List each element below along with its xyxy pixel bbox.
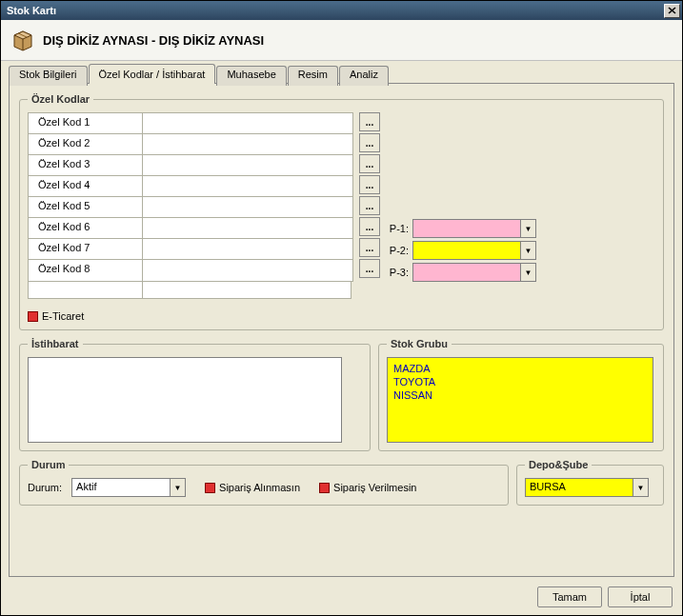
header: DIŞ DİKİZ AYNASI - DIŞ DİKİZ AYNASI [1,20,682,61]
stok-grubu-item[interactable]: NISSAN [393,388,647,402]
dropdown-arrow-icon[interactable]: ▼ [520,264,535,281]
ozel-kod-1-value[interactable] [143,113,352,134]
ozel-kod-1-label: Özel Kod 1 [29,113,143,134]
p3-color-combo[interactable]: ▼ [412,263,536,282]
dropdown-arrow-icon[interactable]: ▼ [633,479,648,496]
p1-swatch [413,220,520,237]
tab-analiz[interactable]: Analiz [339,66,389,86]
depo-sube-legend: Depo&Şube [525,459,592,470]
ozel-kod-5-lookup[interactable]: ... [359,196,380,215]
ozel-kod-7-lookup[interactable]: ... [359,238,380,257]
ok-button[interactable]: Tamam [537,586,602,607]
istihbarat-legend: İstihbarat [28,338,83,349]
stok-grubu-item[interactable]: MAZDA [393,362,647,375]
ozel-kod-1-lookup[interactable]: ... [359,112,380,131]
p2-color-combo[interactable]: ▼ [412,241,536,260]
ozel-kodlar-group: Özel Kodlar Özel Kod 1 Özel Kod 2 Özel K… [19,93,664,330]
istihbarat-group: İstihbarat [19,338,371,451]
stok-grubu-item[interactable]: TOYOTA [393,375,647,388]
stok-grubu-list[interactable]: MAZDA TOYOTA NISSAN [387,357,653,443]
depo-sube-group: Depo&Şube BURSA ▼ [516,459,664,506]
p3-label: P-3: [386,267,409,278]
ozel-kodlar-legend: Özel Kodlar [28,93,93,105]
ozel-kod-4-value[interactable] [143,176,352,197]
header-title: DIŞ DİKİZ AYNASI - DIŞ DİKİZ AYNASI [43,33,264,48]
tab-strip: Stok Bilgileri Özel Kodlar / İstihbarat … [9,64,674,84]
ozel-kod-2-lookup[interactable]: ... [359,133,380,152]
p2-swatch [413,242,520,259]
siparis-alinmasin-label: Sipariş Alınmasın [219,482,300,493]
eticaret-checkbox[interactable] [28,311,38,322]
ozel-kod-3-value[interactable] [143,155,352,176]
ozel-kod-6-value[interactable] [143,218,352,239]
stok-grubu-group: Stok Grubu MAZDA TOYOTA NISSAN [378,338,664,451]
eticaret-label: E-Ticaret [42,310,84,322]
ozel-kod-6-label: Özel Kod 6 [29,218,143,239]
window-title: Stok Kartı [7,5,664,16]
titlebar: Stok Kartı [1,1,682,20]
ozel-kod-8-label: Özel Kod 8 [29,260,143,281]
tab-resim[interactable]: Resim [288,66,338,86]
ozel-kod-5-label: Özel Kod 5 [29,197,143,218]
ozel-kod-5-value[interactable] [143,197,352,218]
depo-value: BURSA [526,479,633,496]
window: Stok Kartı DIŞ DİKİZ AYNASI - DIŞ DİKİZ … [0,0,683,616]
dropdown-arrow-icon[interactable]: ▼ [520,242,535,259]
ozel-kod-2-label: Özel Kod 2 [29,134,143,155]
siparis-alinmasin-checkbox[interactable] [205,483,215,493]
p2-label: P-2: [386,245,409,256]
ozel-kod-7-label: Özel Kod 7 [29,239,143,260]
dropdown-arrow-icon[interactable]: ▼ [170,479,185,496]
siparis-verilmesin-label: Sipariş Verilmesin [333,482,416,493]
ozel-kod-8-value[interactable] [143,260,352,281]
close-button[interactable] [664,4,680,18]
p1-label: P-1: [386,223,409,234]
durum-value: Aktif [72,479,170,496]
ozel-kod-footer-row[interactable] [28,282,352,299]
ozel-kod-4-label: Özel Kod 4 [29,176,143,197]
depo-combo[interactable]: BURSA ▼ [525,478,649,497]
istihbarat-textarea[interactable] [28,357,342,443]
durum-combo[interactable]: Aktif ▼ [71,478,186,497]
durum-legend: Durum [28,459,69,470]
tab-panel: Özel Kodlar Özel Kod 1 Özel Kod 2 Özel K… [9,83,674,577]
ozel-kod-3-lookup[interactable]: ... [359,154,380,173]
durum-group: Durum Durum: Aktif ▼ Sipariş Alınmasın S… [19,459,509,506]
ozel-kod-table: Özel Kod 1 Özel Kod 2 Özel Kod 3 Özel Ko… [28,112,353,282]
ozel-kod-3-label: Özel Kod 3 [29,155,143,176]
ozel-kod-2-value[interactable] [143,134,352,155]
ozel-kod-6-lookup[interactable]: ... [359,217,380,236]
p1-color-combo[interactable]: ▼ [412,219,536,238]
tab-ozel-kodlar[interactable]: Özel Kodlar / İstihbarat [89,64,216,84]
durum-label: Durum: [28,482,62,493]
ozel-kod-7-value[interactable] [143,239,352,260]
ozel-kod-8-lookup[interactable]: ... [359,259,380,278]
tab-muhasebe[interactable]: Muhasebe [216,66,286,86]
button-bar: Tamam İptal [1,581,682,615]
dropdown-arrow-icon[interactable]: ▼ [520,220,535,237]
box-icon [10,28,35,52]
p3-swatch [413,264,520,281]
stok-grubu-legend: Stok Grubu [387,338,452,349]
tab-stok-bilgileri[interactable]: Stok Bilgileri [9,66,88,86]
cancel-button[interactable]: İptal [608,586,673,607]
ozel-kod-4-lookup[interactable]: ... [359,175,380,194]
siparis-verilmesin-checkbox[interactable] [319,483,330,493]
